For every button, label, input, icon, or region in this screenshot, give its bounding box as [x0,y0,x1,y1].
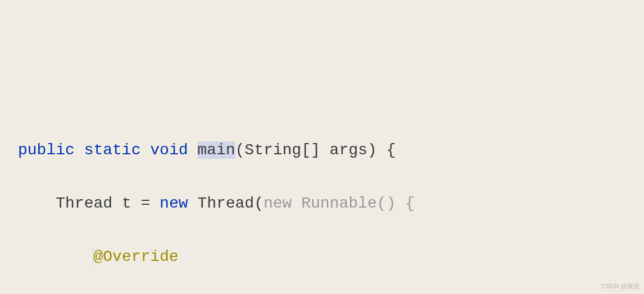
assign: = [140,195,150,212]
param-args: args [330,141,368,159]
code-line[interactable]: @Override [0,244,644,270]
paren-close: ) [368,141,377,159]
type-string-array: String[] [244,141,320,159]
code-line[interactable]: Thread t = new Thread(new Runnable() { [0,190,644,217]
watermark: CSDN @寓也 [602,281,640,292]
type-thread: Thread [56,195,112,212]
keyword-void: void [150,141,188,159]
keyword-new: new [160,195,188,212]
method-main: main [197,141,235,159]
var-t: t [122,195,131,212]
paren-open: ( [254,195,264,212]
code-line[interactable]: public static void main(String[] args) { [0,137,644,164]
inlay-hint-runnable: new Runnable() { [264,195,415,212]
ctor-thread: Thread [197,195,254,212]
annotation-override: @Override [93,248,178,265]
keyword-public: public [18,141,75,159]
keyword-static: static [84,141,141,159]
code-editor[interactable]: public static void main(String[] args) {… [0,110,644,294]
brace-open: { [386,141,396,159]
paren-open: ( [235,141,245,159]
